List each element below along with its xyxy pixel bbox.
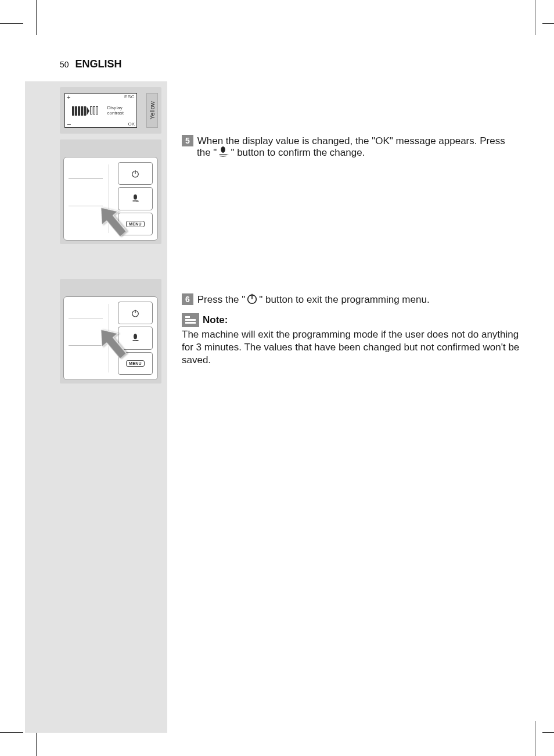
yellow-tab: Yellow xyxy=(146,93,158,128)
svg-rect-14 xyxy=(225,155,228,155)
power-icon xyxy=(245,292,259,305)
note-icon xyxy=(182,313,199,327)
svg-point-2 xyxy=(134,194,137,199)
lcd-display: + − ESC OK Display contrast xyxy=(64,93,137,128)
page-language: ENGLISH xyxy=(75,58,122,70)
ok-label: OK xyxy=(128,121,135,127)
crop-mark xyxy=(0,23,23,24)
crop-mark xyxy=(542,23,554,24)
crop-mark xyxy=(0,732,23,733)
display-setting-label: Display contrast xyxy=(107,105,124,116)
figure-display-contrast: + − ESC OK Display contrast Yellow xyxy=(60,87,161,134)
step-5: 5 When the display value is changed, the… xyxy=(182,135,525,160)
power-button xyxy=(118,302,153,324)
esc-label: ESC xyxy=(124,94,135,99)
figure-press-coffee-button: MENU xyxy=(60,139,161,244)
step-text: When the display value is changed, the "… xyxy=(197,135,505,146)
minus-icon: − xyxy=(67,123,71,127)
page-number: 50 xyxy=(60,60,69,69)
step-text: Press the " xyxy=(197,294,246,305)
note-heading: Note: xyxy=(182,313,525,327)
svg-point-12 xyxy=(221,146,225,153)
content-area: 5 When the display value is changed, the… xyxy=(182,81,525,378)
note-body: The machine will exit the programming mo… xyxy=(182,328,525,367)
figure-sidebar: + − ESC OK Display contrast Yellow xyxy=(25,81,167,733)
step-number: 6 xyxy=(182,293,193,305)
page-header: 50 ENGLISH xyxy=(60,58,122,70)
svg-rect-10 xyxy=(136,341,139,341)
note-label: Note: xyxy=(203,314,228,327)
crop-mark xyxy=(542,732,554,733)
plus-icon: + xyxy=(67,94,70,101)
step-text-line2: the "" button to confirm the change. xyxy=(182,146,525,160)
page: 50 ENGLISH + − ESC OK Display contrast xyxy=(25,23,537,733)
coffee-cup-icon xyxy=(217,146,231,159)
svg-rect-4 xyxy=(136,201,139,202)
svg-point-8 xyxy=(134,334,137,339)
contrast-bars xyxy=(72,106,98,116)
step-6: 6 Press the "" button to exit the progra… xyxy=(182,293,525,367)
note-block: Note: The machine will exit the programm… xyxy=(182,313,525,367)
power-button xyxy=(118,162,153,185)
figure-press-power-button: MENU xyxy=(60,279,161,384)
step-number: 5 xyxy=(182,135,193,146)
